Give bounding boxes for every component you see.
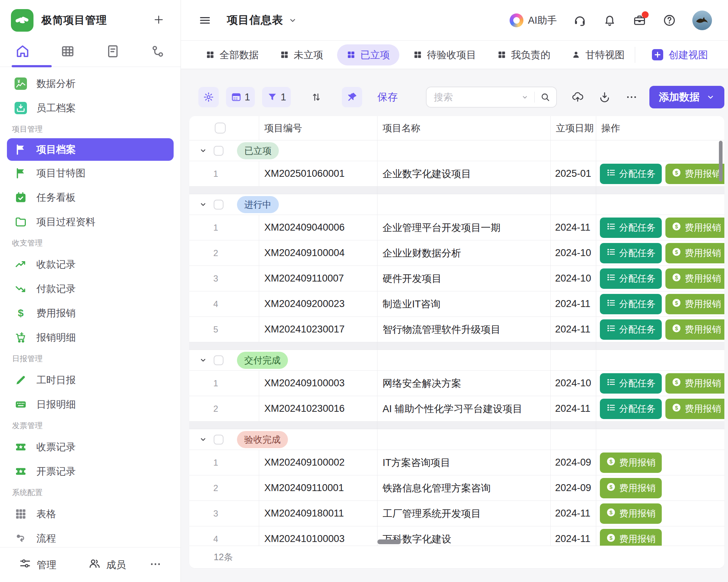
project-name-cell[interactable]: 智行物流管理软件升级项目 <box>377 317 551 342</box>
support-button[interactable] <box>573 13 587 27</box>
project-code-cell[interactable]: XM202409180011 <box>259 501 377 526</box>
view-tab-0[interactable]: 全部数据 <box>198 44 266 65</box>
sidebar-item-10[interactable]: $费用报销 <box>0 301 181 325</box>
select-all-checkbox[interactable] <box>215 123 226 133</box>
table-row[interactable]: 2XM202410230016AI 辅助个性化学习平台建设项目2024-11分配… <box>189 396 724 422</box>
table-row[interactable]: 1XM202501060001企业数字化建设项目2025-01分配任务$费用报销 <box>189 161 724 187</box>
project-code-cell[interactable]: XM202410100003 <box>259 526 377 546</box>
sidebar-item-1[interactable]: 员工档案 <box>0 96 181 120</box>
project-code-cell[interactable]: XM202410230016 <box>259 396 377 421</box>
sidebar-item-6[interactable]: 项目过程资料 <box>0 210 181 234</box>
members-button[interactable]: 成员 <box>88 557 126 572</box>
table-row[interactable]: 1XM202409100003网络安全解决方案2024-10分配任务$费用报销 <box>189 371 724 396</box>
title-dropdown[interactable] <box>288 16 297 25</box>
search-input[interactable] <box>434 92 521 103</box>
tab-tables[interactable] <box>45 43 90 67</box>
column-header-name[interactable]: 项目名称 <box>377 116 551 140</box>
expense-button[interactable]: $费用报销 <box>600 478 662 498</box>
save-button[interactable]: 保存 <box>377 90 398 104</box>
expense-button[interactable]: $费用报销 <box>665 218 724 238</box>
assign-button[interactable]: 分配任务 <box>600 218 662 238</box>
vertical-scrollbar-thumb[interactable] <box>719 141 723 182</box>
assign-button[interactable]: 分配任务 <box>600 319 662 340</box>
project-date-cell[interactable]: 2024-11 <box>551 291 596 316</box>
project-date-cell[interactable]: 2024-10 <box>551 240 596 266</box>
manage-button[interactable]: 管理 <box>19 557 56 572</box>
sidebar-item-19[interactable]: 表格 <box>0 502 181 526</box>
expense-button[interactable]: $费用报销 <box>665 294 724 314</box>
project-code-cell[interactable]: XM202409200023 <box>259 291 377 316</box>
table-row[interactable]: 3XM202409110007硬件开发项目2024-10分配任务$费用报销 <box>189 266 724 291</box>
expense-button[interactable]: $费用报销 <box>665 399 724 419</box>
group-collapse-button[interactable] <box>199 356 207 364</box>
sidebar-item-5[interactable]: 任务看板 <box>0 185 181 210</box>
group-row[interactable]: 进行中 <box>189 194 724 215</box>
more-actions-button[interactable] <box>625 91 638 103</box>
project-code-cell[interactable]: XM202409100002 <box>259 450 377 475</box>
sidebar-item-14[interactable]: 日报明细 <box>0 392 181 416</box>
table-row[interactable]: 5XM202410230017智行物流管理软件升级项目2024-11分配任务$费… <box>189 317 724 342</box>
project-name-cell[interactable]: 网络安全解决方案 <box>377 371 551 396</box>
search-scope-dropdown[interactable] <box>521 93 529 101</box>
sidebar-item-3[interactable]: 项目档案 <box>7 138 174 161</box>
project-name-cell[interactable]: 硬件开发项目 <box>377 266 551 291</box>
filter-button[interactable]: 1 <box>262 87 291 107</box>
project-name-cell[interactable]: 制造业IT咨询 <box>377 291 551 316</box>
group-checkbox[interactable] <box>214 200 223 210</box>
table-row[interactable]: 4XM202409200023制造业IT咨询2024-11分配任务$费用报销 <box>189 291 724 317</box>
horizontal-scrollbar-thumb[interactable] <box>377 539 401 544</box>
expense-button[interactable]: $费用报销 <box>665 243 724 263</box>
project-code-cell[interactable]: XM202409040006 <box>259 215 377 240</box>
project-name-cell[interactable]: AI 辅助个性化学习平台建设项目 <box>377 396 551 421</box>
table-row[interactable]: 2XM202409100004企业业财数据分析2024-10分配任务$费用报销 <box>189 240 724 266</box>
group-row[interactable]: 验收完成 <box>189 429 724 450</box>
expense-button[interactable]: $费用报销 <box>600 529 662 546</box>
project-date-cell[interactable]: 2025-01 <box>551 161 596 186</box>
avatar[interactable] <box>692 11 712 30</box>
sidebar-item-8[interactable]: 收款记录 <box>0 252 181 276</box>
export-button[interactable] <box>598 91 611 103</box>
project-name-cell[interactable]: 企业业财数据分析 <box>377 240 551 266</box>
assign-button[interactable]: 分配任务 <box>600 243 662 263</box>
search-icon[interactable] <box>540 92 550 102</box>
expense-button[interactable]: $费用报销 <box>665 373 724 394</box>
project-date-cell[interactable]: 2024-10 <box>551 371 596 396</box>
settings-button[interactable] <box>198 87 219 107</box>
expense-button[interactable]: $费用报销 <box>665 164 724 184</box>
project-date-cell[interactable]: 2024-09 <box>551 475 596 501</box>
sidebar-item-17[interactable]: 开票记录 <box>0 459 181 483</box>
project-code-cell[interactable]: XM202409110007 <box>259 266 377 291</box>
sidebar-more-button[interactable] <box>149 558 162 572</box>
sidebar-item-0[interactable]: ¥数据分析 <box>0 71 181 96</box>
assign-button[interactable]: 分配任务 <box>600 399 662 419</box>
view-tab-3[interactable]: 待验收项目 <box>406 44 483 65</box>
project-name-cell[interactable]: 万科数字化建设 <box>377 526 551 546</box>
project-date-cell[interactable]: 2024-11 <box>551 501 596 526</box>
ai-assistant-button[interactable]: AI助手 <box>510 13 557 27</box>
table-row[interactable]: 1XM202409100002IT方案咨询项目2024-09$费用报销 <box>189 450 724 475</box>
column-header-code[interactable]: 项目编号 <box>259 116 377 140</box>
expense-button[interactable]: $费用报销 <box>665 319 724 340</box>
group-collapse-button[interactable] <box>199 200 207 209</box>
import-button[interactable] <box>571 91 584 103</box>
group-collapse-button[interactable] <box>199 435 207 444</box>
notifications-button[interactable] <box>603 13 617 27</box>
group-checkbox[interactable] <box>214 146 223 156</box>
add-data-button[interactable]: 添加数据 <box>649 86 724 108</box>
tab-home[interactable] <box>0 43 45 67</box>
project-name-cell[interactable]: 铁路信息化管理方案咨询 <box>377 475 551 501</box>
assign-button[interactable]: 分配任务 <box>600 164 662 184</box>
sort-button[interactable] <box>306 87 327 107</box>
project-code-cell[interactable]: XM202501060001 <box>259 161 377 186</box>
project-date-cell[interactable]: 2024-11 <box>551 396 596 421</box>
pin-button[interactable] <box>342 87 362 107</box>
project-date-cell[interactable]: 2024-10 <box>551 266 596 291</box>
group-collapse-button[interactable] <box>199 146 207 155</box>
table-row[interactable]: 3XM202409180011工厂管理系统开发项目2024-11$费用报销 <box>189 501 724 526</box>
tab-documents[interactable] <box>90 43 135 67</box>
create-view-button[interactable]: 创建视图 <box>635 47 708 63</box>
expense-button[interactable]: $费用报销 <box>600 453 662 473</box>
search-box[interactable] <box>426 87 557 108</box>
project-name-cell[interactable]: IT方案咨询项目 <box>377 450 551 475</box>
workspace-button[interactable] <box>633 13 646 27</box>
